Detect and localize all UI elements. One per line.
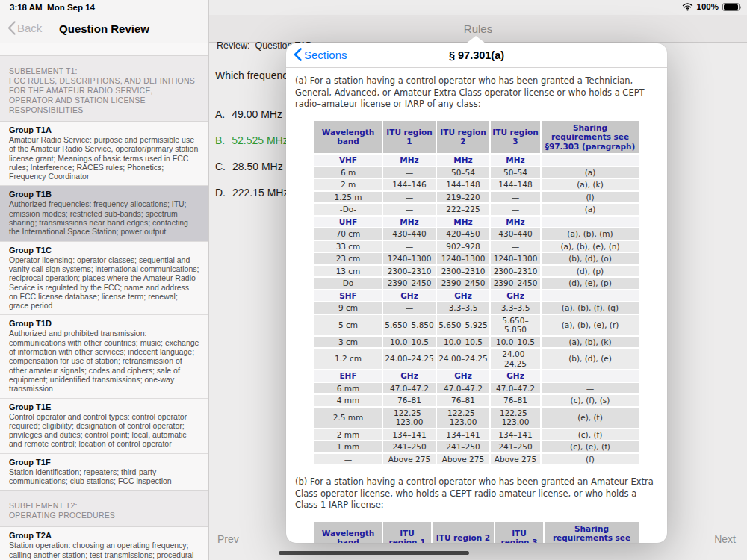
table-cell: (e), (t) <box>542 408 639 428</box>
table-cell: 241–250 <box>491 441 540 452</box>
answer-row[interactable]: D. 222.15 MHz <box>215 187 288 199</box>
table-cell: 902–928 <box>437 241 489 252</box>
table-cell: 5.650–5.850 <box>383 315 436 335</box>
table-cell: 430–440 <box>491 228 540 240</box>
group-description: Control operator and control types: cont… <box>9 412 199 449</box>
group-title: Group T1C <box>9 246 199 255</box>
table-row: 5 cm5.650–5.8505.650–5.9255.650–5.850(a)… <box>314 315 639 335</box>
answer-letter: C. <box>215 161 226 172</box>
table-cell: (c), (f) <box>542 429 639 441</box>
next-button[interactable]: Next <box>714 533 736 545</box>
table-cell: 3 cm <box>314 337 382 348</box>
sidebar-title: Question Review <box>0 22 208 35</box>
table-cell: Above 275 <box>383 454 436 465</box>
table-cell: (a), (k) <box>542 179 639 190</box>
column-header: ITU region 2 <box>437 121 489 154</box>
group-title: Group T1D <box>9 319 199 329</box>
answer-row[interactable]: B. 52.525 MHz <box>215 134 288 146</box>
sidebar-item-group-t1f[interactable]: Group T1FStation identification; repeate… <box>0 453 208 491</box>
table-cell: — <box>491 204 540 215</box>
table-cell: — <box>491 192 540 203</box>
table-cell: (c), (e), (f) <box>542 441 639 452</box>
sidebar-item-group-t1a[interactable]: Group T1AAmateur Radio Service: purpose … <box>0 122 208 185</box>
table-cell: SHF <box>314 290 382 302</box>
sidebar-item-group-t1d[interactable]: Group T1DAuthorized and prohibited trans… <box>0 314 208 397</box>
table-cell: 134–141 <box>491 429 540 441</box>
rules-button[interactable]: Rules <box>209 22 747 35</box>
table-row: -Do-2390–24502390–24502390–2450(d), (e),… <box>314 278 639 289</box>
group-title: Group T1A <box>9 125 199 135</box>
table-cell: 144–146 <box>383 179 436 190</box>
table-cell: 50–54 <box>491 167 540 178</box>
table-row: UHFMHzMHzMHz <box>314 217 639 228</box>
table-cell: 5.650–5.925 <box>437 315 489 335</box>
table-cell: 1240–1300 <box>491 253 540 264</box>
table-cell: — <box>491 241 540 252</box>
sidebar-list: SUBELEMENT T1: FCC RULES, DESCRIPTIONS, … <box>0 43 208 560</box>
table-cell: 241–250 <box>437 441 489 452</box>
sidebar: Back Question Review SUBELEMENT T1: FCC … <box>0 0 209 560</box>
group-description: Amateur Radio Service: purpose and permi… <box>9 135 199 181</box>
table-cell <box>542 155 639 166</box>
sidebar-item-group-t2a[interactable]: Group T2AStation operation: choosing an … <box>0 527 208 560</box>
answer-letter: A. <box>215 108 225 120</box>
answer-text: 52.525 MHz <box>232 134 288 146</box>
table-cell: (d), (e), (p) <box>542 278 639 289</box>
answer-row[interactable]: C. 28.50 MHz <box>215 161 288 172</box>
table-cell: — <box>383 192 436 203</box>
table-cell: -Do- <box>314 278 382 289</box>
column-header: ITU region 2 <box>433 522 494 544</box>
table-row: SHFGHzGHzGHz <box>314 290 639 302</box>
table-cell: GHz <box>491 370 540 382</box>
table-cell: 3.3–3.5 <box>437 302 489 314</box>
answer-row[interactable]: A. 49.00 MHz <box>215 108 288 120</box>
table-cell: GHz <box>437 290 489 302</box>
table-cell: 76–81 <box>491 395 540 406</box>
sidebar-item-group-t1e[interactable]: Group T1EControl operator and control ty… <box>0 398 208 453</box>
rule-section-title: § 97.301(a) <box>286 49 667 61</box>
table-cell <box>542 217 639 228</box>
table-cell: 1240–1300 <box>437 253 489 264</box>
table-cell: 10.0–10.5 <box>383 337 436 348</box>
table-cell: VHF <box>314 155 382 166</box>
prev-button[interactable]: Prev <box>217 533 239 545</box>
sidebar-section-header: SUBELEMENT T2: OPERATING PROCEDURES <box>0 490 208 527</box>
sidebar-item-group-t1c[interactable]: Group T1COperator licensing: operator cl… <box>0 241 208 315</box>
table-cell: 144–148 <box>491 179 540 190</box>
table-cell: 24.00–24.25 <box>383 349 436 369</box>
table-cell: GHz <box>383 290 436 302</box>
battery-percent: 100% <box>697 2 719 11</box>
table-cell: 10.0–10.5 <box>491 337 540 348</box>
table-cell: (a), (b), (e), (r) <box>542 315 639 335</box>
horizontal-scrollbar[interactable] <box>279 551 469 555</box>
table-cell: 222–225 <box>437 204 489 215</box>
frequency-table-a: Wavelength bandITU region 1ITU region 2I… <box>313 119 640 467</box>
table-cell: — <box>314 454 382 465</box>
table-cell: 2 m <box>314 179 382 190</box>
column-header: Wavelength band <box>314 522 382 544</box>
table-row: 1.2 cm24.00–24.2524.00–24.2524.00–24.25(… <box>314 349 639 369</box>
table-cell: 6 mm <box>314 383 382 394</box>
table-row: -Do-—222–225—(a) <box>314 204 639 215</box>
table-header-row: Wavelength bandITU region 1ITU region 2I… <box>314 121 639 154</box>
sidebar-item-group-t1b[interactable]: Group T1BAuthorized frequencies: frequen… <box>0 185 208 240</box>
table-cell: MHz <box>491 155 540 166</box>
table-cell: (a), (b), (m) <box>542 228 639 240</box>
table-row: 4 mm76–8176–8176–81(c), (f), (s) <box>314 395 639 406</box>
table-cell: 134–141 <box>437 429 489 441</box>
answer-letter: D. <box>215 187 226 199</box>
table-cell: — <box>383 241 436 252</box>
table-cell: 47.0–47.2 <box>437 383 489 394</box>
table-cell: GHz <box>437 370 489 382</box>
table-cell: — <box>383 167 436 178</box>
table-row: 1 mm241–250241–250241–250(c), (e), (f) <box>314 441 639 452</box>
table-cell: 5 cm <box>314 315 382 335</box>
table-row: —Above 275Above 275Above 275(f) <box>314 454 639 465</box>
table-cell: 33 cm <box>314 241 382 252</box>
table-cell: (a), (b), (k) <box>542 337 639 348</box>
table-cell: (a), (b), (f), (q) <box>542 302 639 314</box>
status-bar: 3:18 AM Mon Sep 14 100% <box>0 0 747 15</box>
table-cell: — <box>542 383 639 394</box>
table-header-row: Wavelength bandITU region 1ITU region 2I… <box>314 522 639 544</box>
table-cell: 2300–2310 <box>437 266 489 277</box>
